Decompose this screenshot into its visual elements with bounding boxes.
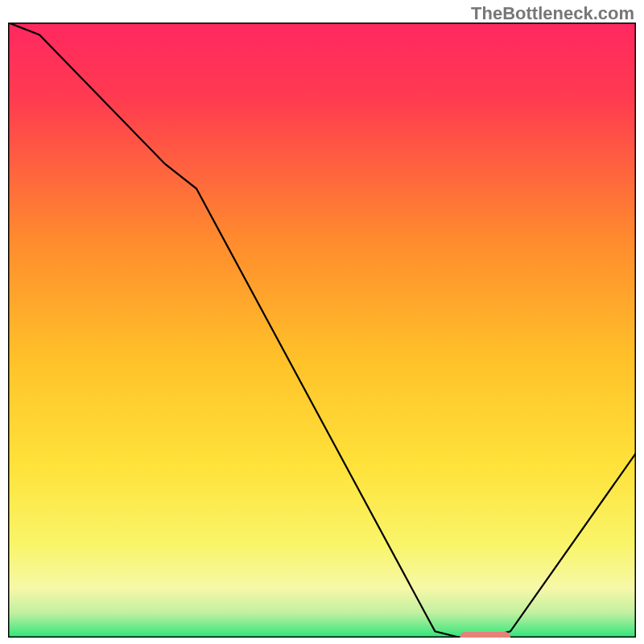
plot-background xyxy=(8,23,636,638)
bottleneck-chart xyxy=(8,23,636,638)
watermark-text: TheBottleneck.com xyxy=(471,3,634,24)
optimal-marker xyxy=(460,632,510,638)
chart-svg xyxy=(8,23,636,638)
